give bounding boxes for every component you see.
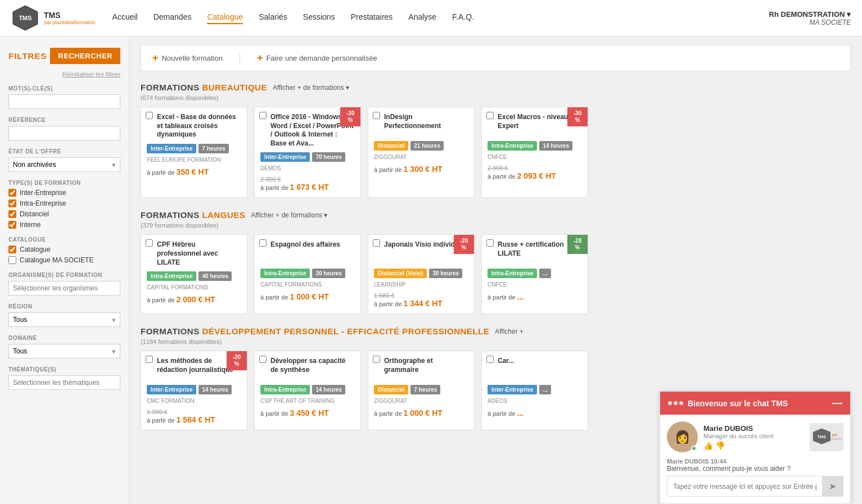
reference-input[interactable] <box>8 126 120 140</box>
card-synthese-checkbox[interactable] <box>259 356 267 363</box>
type-inter[interactable]: Inter-Entreprise <box>8 189 120 197</box>
card-office2016[interactable]: -30% Office 2016 - Windows / Word / Exce… <box>254 107 361 198</box>
section-langues-title: FORMATIONS LANGUES <box>141 210 245 220</box>
reference-section: RÉFÉRENCE <box>8 117 120 140</box>
card-redaction[interactable]: -20% Les méthodes de rédaction journalis… <box>141 351 247 430</box>
chat-input[interactable] <box>667 478 822 495</box>
card-indesign-checkbox[interactable] <box>373 112 380 119</box>
cat-masociete[interactable]: Catalogue MA SOCIETE <box>8 256 120 264</box>
card-japonais-checkbox[interactable] <box>373 239 380 247</box>
badge-hours: 20 heures <box>312 269 345 278</box>
agent-name: Marie DUBOIS <box>703 424 804 433</box>
badge-inter: Inter-Entreprise <box>488 385 537 394</box>
type-intra[interactable]: Intra-Entreprise <box>8 199 120 207</box>
chat-dots <box>668 401 683 405</box>
card-russe-checkbox[interactable] <box>486 239 494 247</box>
domaine-select[interactable]: Tous <box>8 344 120 358</box>
badge-hours: 21 heures <box>410 141 444 151</box>
type-distanciel[interactable]: Distanciel <box>8 210 120 218</box>
card-orthographe-title: Orthographe et grammaire <box>384 357 468 380</box>
developpement-more-link[interactable]: Afficher + <box>495 328 523 335</box>
card-excel-base-checkbox[interactable] <box>146 112 153 119</box>
nav-faq[interactable]: F.A.Q. <box>452 12 474 24</box>
nav-sessions[interactable]: Sessions <box>303 12 335 24</box>
nav-prestataires[interactable]: Prestataires <box>351 12 393 24</box>
card-indesign[interactable]: InDesign Perfectionnement Distanciel 21 … <box>368 107 475 198</box>
card-excel-macros[interactable]: -30% Excel Macros - niveau Expert Intra-… <box>481 107 588 198</box>
card-japonais[interactable]: -20% Japonais Visio individuel Distancie… <box>368 234 475 314</box>
type-interne[interactable]: Interne <box>8 221 120 229</box>
card-russe[interactable]: -28% Russe + certification LILATE Intra-… <box>481 234 588 314</box>
card-synthese-badges: Intra-Entreprise 14 heures <box>260 385 355 394</box>
logo-area[interactable]: TMS TMS par placedelaformation <box>11 4 96 32</box>
online-indicator <box>691 446 697 451</box>
user-area[interactable]: Rh DEMONSTRATION ▾ MA SOCIETE <box>769 10 851 26</box>
langues-cards-row: CPF Hébreu professionnel avec LILATE Int… <box>141 234 851 314</box>
catalogue-label: CATALOGUE <box>8 237 120 243</box>
nouvelle-formation-btn[interactable]: + Nouvelle formation <box>152 52 223 64</box>
nav-accueil[interactable]: Accueil <box>112 12 138 24</box>
reset-filters-link[interactable]: Réinitialiser les filtres <box>8 71 120 78</box>
chat-message-name: Marie DUBOIS 10:44 <box>667 458 843 465</box>
types-checkbox-group: Inter-Entreprise Intra-Entreprise Distan… <box>8 189 120 229</box>
card-excel-base[interactable]: Excel - Base de données et tableaux croi… <box>141 107 247 198</box>
card-provider: CMC Formation <box>147 398 241 404</box>
nav-salaries[interactable]: Salariés <box>259 12 287 24</box>
type-intra-checkbox[interactable] <box>8 199 16 207</box>
card-orthographe-checkbox[interactable] <box>373 356 380 363</box>
type-interne-checkbox[interactable] <box>8 221 16 229</box>
cat-catalogue[interactable]: Catalogue <box>8 246 120 253</box>
mots-cles-input[interactable] <box>8 94 120 109</box>
rechercher-button[interactable]: RECHERCHER <box>50 48 120 64</box>
nav-analyse[interactable]: Analyse <box>408 12 436 24</box>
chat-minimize-button[interactable]: — <box>832 397 842 409</box>
nouvelle-label: Nouvelle formation <box>162 54 223 62</box>
card-excel-macros-checkbox[interactable] <box>486 112 494 119</box>
thematiques-input[interactable] <box>8 375 120 390</box>
type-distanciel-checkbox[interactable] <box>8 210 16 218</box>
card-provider: FEEL EUROPE FORMATION <box>147 157 241 163</box>
nav-demandes[interactable]: Demandes <box>154 12 192 24</box>
filtres-label: FILTRES <box>8 51 47 61</box>
card-price: 2 990 € à partir de 2 093 € HT <box>488 165 582 180</box>
chat-send-button[interactable]: ➤ <box>822 476 843 496</box>
card-espagnol-checkbox[interactable] <box>259 239 267 247</box>
card-espagnol[interactable]: Espagnol des affaires Intra-Entreprise 2… <box>254 234 361 314</box>
card-provider: CSP The art of training <box>260 398 355 404</box>
type-inter-checkbox[interactable] <box>8 189 16 197</box>
sidebar-header: FILTRES RECHERCHER <box>8 48 120 64</box>
demande-personnalisee-btn[interactable]: + Faire une demande personnalisée <box>257 52 377 64</box>
cat-catalogue-checkbox[interactable] <box>8 246 16 253</box>
card-japonais-badges: Distanciel (Visio) 30 heures <box>374 269 468 278</box>
cat-masociete-checkbox[interactable] <box>8 256 16 264</box>
card-car[interactable]: Car... Inter-Entreprise ... ADEOS à part… <box>481 351 588 430</box>
card-orthographe[interactable]: Orthographe et grammaire Distanciel 7 he… <box>368 351 475 430</box>
card-redaction-checkbox[interactable] <box>146 356 153 363</box>
thumbs-up-icon[interactable]: 👍 <box>703 441 713 450</box>
mots-cles-label: MOT(S)-CLÉ(S) <box>8 85 120 92</box>
organismes-section: ORGANISME(S) DE FORMATION <box>8 272 120 296</box>
organismes-input[interactable] <box>8 281 120 296</box>
region-label: RÉGION <box>8 303 120 310</box>
card-provider: CAPITAL FORMATIONS <box>147 284 241 290</box>
card-office2016-checkbox[interactable] <box>259 112 267 119</box>
region-select[interactable]: Tous <box>8 312 120 327</box>
plus-icon-nouvelle: + <box>152 52 159 64</box>
nav-catalogue[interactable]: Catalogue <box>207 12 243 24</box>
card-hebreu[interactable]: CPF Hébreu professionnel avec LILATE Int… <box>141 234 247 314</box>
chat-input-row[interactable]: ➤ <box>667 476 843 497</box>
card-excel-base-title: Excel - Base de données et tableaux croi… <box>157 113 241 139</box>
thumbs-down-icon[interactable]: 👎 <box>715 441 725 450</box>
region-section: RÉGION Tous <box>8 303 120 327</box>
card-price: à partir de ... <box>488 408 582 417</box>
card-synthese[interactable]: Développer sa capacité de synthèse Intra… <box>254 351 361 430</box>
bureautique-more-link[interactable]: Afficher + de formations ▾ <box>273 84 349 92</box>
card-price: 1 980 € à partir de 1 584 € HT <box>147 408 241 424</box>
bureautique-cards-row: Excel - Base de données et tableaux croi… <box>141 107 851 198</box>
card-hebreu-checkbox[interactable] <box>146 239 153 247</box>
etat-offre-select[interactable]: Non archivées <box>8 157 120 172</box>
chat-body: 👩 Marie DUBOIS Manager du succès client … <box>660 415 850 503</box>
card-car-checkbox[interactable] <box>486 356 494 363</box>
card-provider: ZIGGOURAT <box>374 398 468 404</box>
langues-more-link[interactable]: Afficher + de formations ▾ <box>251 211 327 219</box>
